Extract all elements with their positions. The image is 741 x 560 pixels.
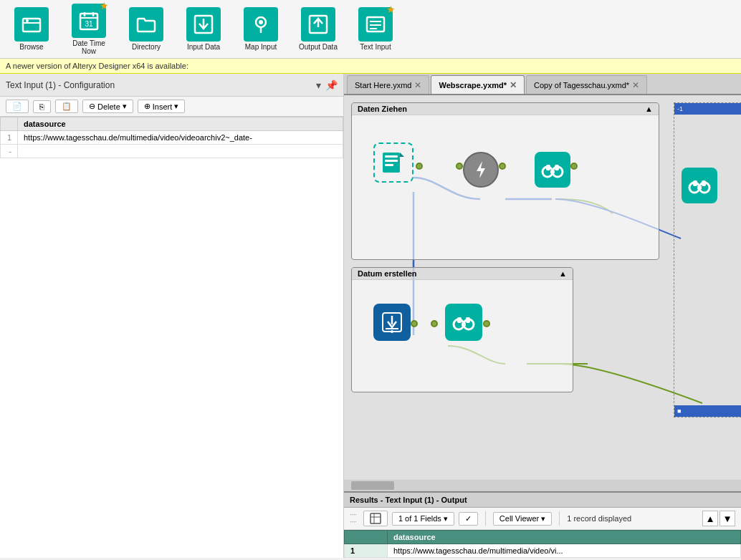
directory-icon xyxy=(129,7,163,42)
delete-btn[interactable]: ⊖ Delete ▾ xyxy=(82,100,133,113)
daten-ziehen-group: Daten Ziehen ▲ xyxy=(351,102,659,260)
svg-rect-16 xyxy=(385,160,398,162)
toolbar-text-input[interactable]: ★ Text Input xyxy=(350,4,401,54)
svg-marker-18 xyxy=(477,161,485,178)
copy-btn[interactable]: ⎘ xyxy=(33,100,51,113)
map-input-icon xyxy=(244,7,278,42)
toolbar-datetime[interactable]: 31 ★ Date TimeNow xyxy=(63,1,115,58)
tab-copy-label: Copy of Tagesschau.yxmd* xyxy=(534,81,629,90)
data-table: datasource 1 https://www.tagesschau.de/m… xyxy=(0,117,343,558)
toolbar-input-data[interactable]: Input Data xyxy=(178,4,229,54)
checkmark-icon: ✓ xyxy=(465,514,472,523)
datetime-star: ★ xyxy=(100,1,109,11)
text-input-node[interactable] xyxy=(373,143,413,183)
text-input-node-icon xyxy=(373,143,413,183)
svg-rect-36 xyxy=(370,513,381,523)
right-panel: Start Here.yxmd ✕ Webscrape.yxmd* ✕ Copy… xyxy=(344,74,741,558)
svg-rect-34 xyxy=(693,180,697,186)
toolbar-datetime-label: Date TimeNow xyxy=(72,39,105,55)
results-nav: ▲ ▼ xyxy=(702,511,735,526)
datum-erstellen-collapse[interactable]: ▲ xyxy=(559,269,567,278)
scroll-up-btn[interactable]: ▲ xyxy=(702,511,718,526)
canvas[interactable]: Daten Ziehen ▲ xyxy=(344,95,741,491)
svg-rect-0 xyxy=(23,19,40,32)
input-data-icon xyxy=(186,7,221,42)
svg-rect-17 xyxy=(385,164,393,166)
results-panel: Results - Text Input (1) - Output ······… xyxy=(344,491,741,558)
toolbar-output-data[interactable]: Output Data xyxy=(292,4,344,54)
row-num-empty: - xyxy=(1,145,18,158)
delete-dropdown-icon: ▾ xyxy=(123,102,127,111)
toolbar-browse-label: Browse xyxy=(19,43,43,51)
results-status: 1 record displayed xyxy=(567,514,631,523)
main-content: Text Input (1) - Configuration ▾ 📌 📄 ⎘ 📋… xyxy=(0,74,741,558)
divider-2 xyxy=(559,511,560,526)
config-toolbar: 📄 ⎘ 📋 ⊖ Delete ▾ ⊕ Insert ▾ xyxy=(0,97,343,117)
toolbar-map-input-label: Map Input xyxy=(245,43,277,51)
svg-rect-33 xyxy=(697,186,702,189)
config-header: Text Input (1) - Configuration ▾ 📌 xyxy=(0,74,343,97)
results-row[interactable]: 1 https://www.tagesschau.de/multimedia/v… xyxy=(345,544,741,558)
connector-6 xyxy=(431,319,438,329)
right-group: -1 ■ xyxy=(674,102,741,417)
datum-erstellen-title: Datum erstellen xyxy=(358,269,417,278)
tab-webscrape-close[interactable]: ✕ xyxy=(510,80,517,90)
tab-start-label: Start Here.yxmd xyxy=(355,81,411,90)
config-header-icons: ▾ 📌 xyxy=(316,79,338,91)
results-table: datasource 1 https://www.tagesschau.de/m… xyxy=(344,530,741,558)
insert-btn[interactable]: ⊕ Insert ▾ xyxy=(138,100,186,113)
toolbar-map-input[interactable]: Map Input xyxy=(235,4,287,54)
toolbar-output-data-label: Output Data xyxy=(299,43,338,51)
toolbar-directory[interactable]: Directory xyxy=(120,4,172,54)
config-dropdown-btn[interactable]: ▾ xyxy=(316,79,321,91)
svg-point-1 xyxy=(26,19,29,22)
daten-ziehen-collapse[interactable]: ▲ xyxy=(645,105,653,113)
browse-icon xyxy=(14,7,49,42)
svg-rect-35 xyxy=(702,180,706,186)
config-pin-btn[interactable]: 📌 xyxy=(325,79,338,91)
text-input-icon: ★ xyxy=(358,7,393,42)
toolbar-directory-label: Directory xyxy=(132,43,161,51)
datum-erstellen-header: Datum erstellen ▲ xyxy=(352,268,573,280)
input-tool-node[interactable] xyxy=(373,304,411,341)
apply-fields-btn[interactable]: ✓ xyxy=(459,512,478,526)
results-toolbar: ·········· 1 of 1 Fields ▾ ✓ Cel xyxy=(344,508,741,530)
fields-selector-btn[interactable]: 1 of 1 Fields ▾ xyxy=(392,512,454,526)
canvas-scroll[interactable] xyxy=(344,480,741,491)
paste-btn[interactable]: 📋 xyxy=(55,100,78,113)
cell-viewer-btn[interactable]: Cell Viewer ▾ xyxy=(493,512,552,526)
binoculars-node-2[interactable] xyxy=(445,304,482,341)
tab-bar: Start Here.yxmd ✕ Webscrape.yxmd* ✕ Copy… xyxy=(344,74,741,95)
svg-rect-15 xyxy=(385,155,398,158)
canvas-scroll-handle[interactable] xyxy=(351,481,394,490)
right-group-bottom: ■ xyxy=(674,405,741,417)
tab-start-close[interactable]: ✕ xyxy=(414,80,421,90)
right-binoculars-node[interactable] xyxy=(682,168,717,203)
table-row-empty[interactable]: - xyxy=(1,145,343,158)
connector-4 xyxy=(570,162,578,172)
daten-ziehen-header: Daten Ziehen ▲ xyxy=(352,103,659,115)
insert-icon: ⊕ xyxy=(144,102,150,111)
results-header: Results - Text Input (1) - Output xyxy=(344,493,741,508)
insert-label: Insert xyxy=(153,102,173,111)
new-file-btn[interactable]: 📄 xyxy=(6,100,29,113)
scroll-down-btn[interactable]: ▼ xyxy=(720,511,735,526)
toolbar-browse[interactable]: Browse xyxy=(6,4,57,54)
tab-copy-close[interactable]: ✕ xyxy=(632,80,639,90)
binoculars-node-1[interactable] xyxy=(535,152,570,188)
cell-viewer-label: Cell Viewer xyxy=(499,514,539,523)
row-datasource: https://www.tagesschau.de/multimedia/vid… xyxy=(18,131,343,145)
lightning-node[interactable] xyxy=(463,152,499,188)
table-row[interactable]: 1 https://www.tagesschau.de/multimedia/v… xyxy=(1,131,343,145)
tab-webscrape[interactable]: Webscrape.yxmd* ✕ xyxy=(431,75,525,94)
svg-rect-23 xyxy=(555,165,559,170)
row-num: 1 xyxy=(1,131,18,145)
results-table-btn[interactable] xyxy=(363,511,388,526)
tab-start[interactable]: Start Here.yxmd ✕ xyxy=(347,75,429,94)
right-group-header: -1 xyxy=(674,103,741,115)
connector-1 xyxy=(416,162,423,172)
right-group-title: -1 xyxy=(677,105,683,112)
tab-webscrape-label: Webscrape.yxmd* xyxy=(439,81,507,90)
tab-copy-tagesschau[interactable]: Copy of Tagesschau.yxmd* ✕ xyxy=(526,75,647,94)
svg-rect-29 xyxy=(457,317,462,323)
